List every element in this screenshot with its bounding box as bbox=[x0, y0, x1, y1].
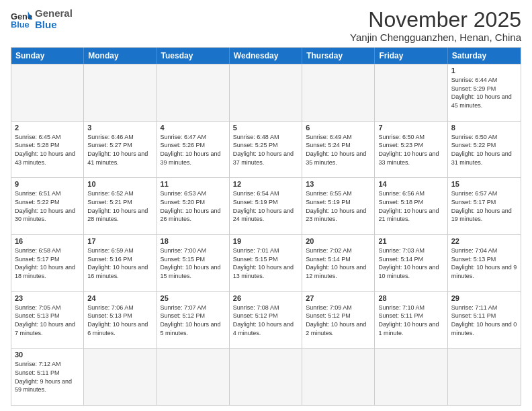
day-17: 17 Sunrise: 6:59 AMSunset: 5:16 PMDaylig… bbox=[84, 235, 157, 291]
header-saturday: Saturday bbox=[448, 48, 521, 64]
day-9: 9 Sunrise: 6:51 AMSunset: 5:22 PMDayligh… bbox=[11, 178, 84, 234]
month-title: November 2025 bbox=[350, 8, 521, 32]
week-row-6: 30 Sunrise: 7:12 AMSunset: 5:11 PMDaylig… bbox=[11, 348, 521, 405]
logo-blue-text: Blue bbox=[35, 19, 73, 31]
calendar-body: 1 Sunrise: 6:44 AMSunset: 5:29 PMDayligh… bbox=[11, 64, 521, 405]
day-8: 8 Sunrise: 6:50 AMSunset: 5:22 PMDayligh… bbox=[448, 122, 521, 178]
day-13: 13 Sunrise: 6:55 AMSunset: 5:19 PMDaylig… bbox=[302, 178, 375, 234]
week-row-2: 2 Sunrise: 6:45 AMSunset: 5:28 PMDayligh… bbox=[11, 121, 521, 178]
day-7: 7 Sunrise: 6:50 AMSunset: 5:23 PMDayligh… bbox=[375, 122, 447, 178]
logo-general-text: General bbox=[35, 8, 73, 19]
cell-empty bbox=[448, 349, 521, 405]
location: Yanjin Chengguanzhen, Henan, China bbox=[350, 32, 521, 43]
cell-empty bbox=[157, 64, 230, 121]
svg-text:Blue: Blue bbox=[11, 19, 30, 28]
week-row-1: 1 Sunrise: 6:44 AMSunset: 5:29 PMDayligh… bbox=[11, 64, 521, 121]
week-row-5: 23 Sunrise: 7:05 AMSunset: 5:13 PMDaylig… bbox=[11, 291, 521, 349]
day-28: 28 Sunrise: 7:10 AMSunset: 5:11 PMDaylig… bbox=[375, 292, 447, 349]
day-21: 21 Sunrise: 7:03 AMSunset: 5:14 PMDaylig… bbox=[375, 235, 447, 291]
cell-empty bbox=[302, 64, 375, 121]
day-12: 12 Sunrise: 6:54 AMSunset: 5:19 PMDaylig… bbox=[230, 178, 302, 234]
day-14: 14 Sunrise: 6:56 AMSunset: 5:18 PMDaylig… bbox=[375, 178, 447, 234]
header-sunday: Sunday bbox=[11, 48, 84, 64]
day-1: 1 Sunrise: 6:44 AMSunset: 5:29 PMDayligh… bbox=[448, 64, 521, 121]
week-row-4: 16 Sunrise: 6:58 AMSunset: 5:17 PMDaylig… bbox=[11, 234, 521, 291]
day-30: 30 Sunrise: 7:12 AMSunset: 5:11 PMDaylig… bbox=[11, 349, 84, 405]
header-monday: Monday bbox=[84, 48, 157, 64]
cell-empty bbox=[375, 349, 447, 405]
page: General Blue General Blue November 2025 … bbox=[0, 0, 532, 411]
cell-empty bbox=[84, 349, 157, 405]
day-25: 25 Sunrise: 7:07 AMSunset: 5:12 PMDaylig… bbox=[157, 292, 230, 349]
day-6: 6 Sunrise: 6:49 AMSunset: 5:24 PMDayligh… bbox=[302, 122, 375, 178]
logo: General Blue General Blue bbox=[11, 8, 73, 30]
header: General Blue General Blue November 2025 … bbox=[11, 8, 521, 43]
cell-empty bbox=[230, 64, 302, 121]
calendar-header: Sunday Monday Tuesday Wednesday Thursday… bbox=[11, 48, 521, 64]
day-20: 20 Sunrise: 7:02 AMSunset: 5:14 PMDaylig… bbox=[302, 235, 375, 291]
day-26: 26 Sunrise: 7:08 AMSunset: 5:12 PMDaylig… bbox=[230, 292, 302, 349]
cell-empty bbox=[11, 64, 84, 121]
header-tuesday: Tuesday bbox=[157, 48, 230, 64]
day-27: 27 Sunrise: 7:09 AMSunset: 5:12 PMDaylig… bbox=[302, 292, 375, 349]
cell-empty bbox=[302, 349, 375, 405]
day-23: 23 Sunrise: 7:05 AMSunset: 5:13 PMDaylig… bbox=[11, 292, 84, 349]
day-18: 18 Sunrise: 7:00 AMSunset: 5:15 PMDaylig… bbox=[157, 235, 230, 291]
cell-empty bbox=[375, 64, 447, 121]
logo-icon: General Blue bbox=[11, 10, 32, 29]
cell-empty bbox=[84, 64, 157, 121]
cell-empty bbox=[157, 349, 230, 405]
day-3: 3 Sunrise: 6:46 AMSunset: 5:27 PMDayligh… bbox=[84, 122, 157, 178]
day-4: 4 Sunrise: 6:47 AMSunset: 5:26 PMDayligh… bbox=[157, 122, 230, 178]
calendar: Sunday Monday Tuesday Wednesday Thursday… bbox=[11, 47, 521, 406]
week-row-3: 9 Sunrise: 6:51 AMSunset: 5:22 PMDayligh… bbox=[11, 177, 521, 234]
cell-empty bbox=[230, 349, 302, 405]
header-friday: Friday bbox=[375, 48, 447, 64]
day-24: 24 Sunrise: 7:06 AMSunset: 5:13 PMDaylig… bbox=[84, 292, 157, 349]
day-5: 5 Sunrise: 6:48 AMSunset: 5:25 PMDayligh… bbox=[230, 122, 302, 178]
day-19: 19 Sunrise: 7:01 AMSunset: 5:15 PMDaylig… bbox=[230, 235, 302, 291]
day-10: 10 Sunrise: 6:52 AMSunset: 5:21 PMDaylig… bbox=[84, 178, 157, 234]
header-wednesday: Wednesday bbox=[230, 48, 302, 64]
header-thursday: Thursday bbox=[302, 48, 375, 64]
day-29: 29 Sunrise: 7:11 AMSunset: 5:11 PMDaylig… bbox=[448, 292, 521, 349]
day-11: 11 Sunrise: 6:53 AMSunset: 5:20 PMDaylig… bbox=[157, 178, 230, 234]
day-2: 2 Sunrise: 6:45 AMSunset: 5:28 PMDayligh… bbox=[11, 122, 84, 178]
title-block: November 2025 Yanjin Chengguanzhen, Hena… bbox=[350, 8, 521, 43]
day-16: 16 Sunrise: 6:58 AMSunset: 5:17 PMDaylig… bbox=[11, 235, 84, 291]
day-22: 22 Sunrise: 7:04 AMSunset: 5:13 PMDaylig… bbox=[448, 235, 521, 291]
day-15: 15 Sunrise: 6:57 AMSunset: 5:17 PMDaylig… bbox=[448, 178, 521, 234]
